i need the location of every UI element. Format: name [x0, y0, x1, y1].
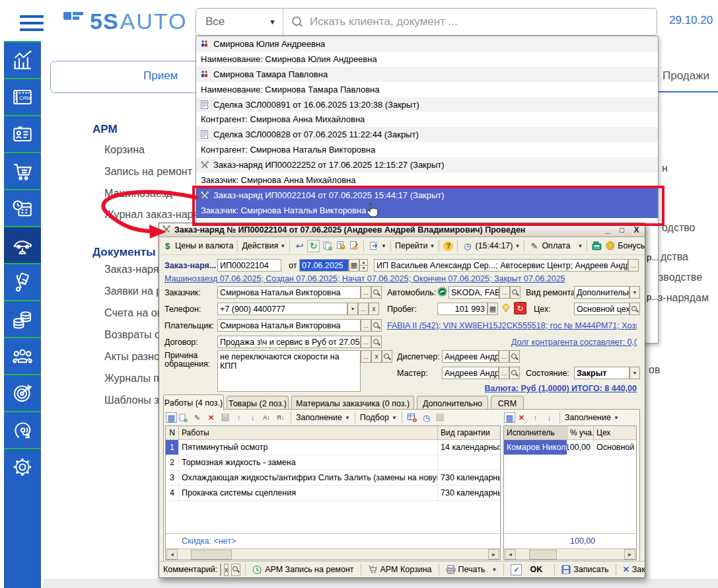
- bulb-icon[interactable]: [501, 303, 511, 316]
- prices-currency-button[interactable]: $Цены и валюта: [162, 240, 233, 252]
- nav-item-workorder[interactable]: Заказ-наряд: [104, 264, 165, 276]
- shop-open-button[interactable]: [629, 303, 640, 315]
- car-select-button[interactable]: ...: [499, 286, 510, 299]
- sidebar-item-contacts[interactable]: [4, 115, 41, 152]
- dispatcher-select-button[interactable]: ...: [499, 350, 509, 363]
- car-field[interactable]: SKODA, FABIA I: [449, 286, 499, 299]
- phone-dropdown-button[interactable]: ▼: [347, 303, 358, 315]
- customer-open-button[interactable]: [371, 286, 382, 299]
- calculator-button[interactable]: ▦: [487, 303, 498, 315]
- comment-open-button[interactable]: [231, 564, 240, 576]
- comment-field[interactable]: [220, 564, 221, 576]
- time-button[interactable]: ◷(15:44:17)▼: [462, 240, 520, 252]
- sort-desc-icon[interactable]: Я↓: [275, 412, 286, 423]
- search-scope-select[interactable]: Все ▼: [196, 9, 283, 35]
- nav-item-acts[interactable]: Акты разног: [104, 351, 164, 363]
- nav-item-cart[interactable]: Корзина: [104, 144, 145, 156]
- nav-item-invoices[interactable]: Счета на оп: [104, 307, 162, 319]
- save-row-icon[interactable]: [219, 412, 231, 423]
- phone-select-button[interactable]: ...: [358, 303, 369, 315]
- table-row[interactable]: 2 Тормозная жидкость - замена: [166, 455, 500, 470]
- search-result-detail-selected[interactable]: Заказчик: Смирнова Наталья Викторовна: [196, 203, 658, 218]
- reread-icon[interactable]: ↩: [294, 240, 305, 252]
- search-result-deal[interactable]: Сделка ЗСЛ000828 от 07.06.2025 11:22:44 …: [196, 127, 658, 142]
- copy-document-icon[interactable]: [322, 240, 333, 252]
- bonus-button[interactable]: Бонусы: [604, 240, 645, 252]
- search-result-detail[interactable]: Заказчик: Смирнова Анна Михайловна: [196, 172, 658, 188]
- state-select[interactable]: Закрыт: [574, 367, 629, 379]
- col-percent[interactable]: % уча...: [567, 426, 594, 439]
- sidebar-item-marketing[interactable]: [4, 374, 41, 411]
- state-dropdown-button[interactable]: ▼: [629, 367, 640, 379]
- arm-repair-booking-button[interactable]: АРМ Запись на ремонт: [250, 564, 355, 576]
- search-result-client[interactable]: Смирнова Юлия Андреевна: [196, 36, 658, 52]
- help-icon[interactable]: ?: [443, 241, 453, 251]
- reason-open-button[interactable]: [382, 350, 392, 363]
- executors-table[interactable]: Исполнитель % уча... Цех Комаров Никола.…: [503, 425, 637, 560]
- workorder-status-link[interactable]: Машинозаезд 07.06.2025; Создан 07.06.202…: [164, 274, 627, 283]
- master-field[interactable]: Андреев Андрей Вл: [442, 367, 499, 379]
- payer-select-button[interactable]: ...: [361, 319, 371, 332]
- print-button[interactable]: Печать▼: [444, 564, 499, 575]
- move-down-icon[interactable]: ↓: [544, 412, 555, 423]
- search-result-deal[interactable]: Сделка ЗСЛ000891 от 16.06.2025 13:20:38 …: [196, 97, 658, 112]
- maximize-button[interactable]: □: [616, 225, 628, 235]
- scroll-right-icon[interactable]: ►: [488, 549, 499, 560]
- search-result-detail[interactable]: Контрагент: Смирнова Наталья Викторовна: [196, 142, 658, 157]
- works-table-hscrollbar[interactable]: ◄ ►: [166, 548, 500, 560]
- delete-row-icon[interactable]: ✕: [516, 412, 527, 423]
- tab-works[interactable]: Работы (4 поз.): [163, 394, 224, 410]
- add-table-icon[interactable]: [407, 412, 418, 423]
- works-table[interactable]: N Работы Вид гарантии 1 Пятиминутный осм…: [165, 425, 501, 560]
- scroll-left-icon[interactable]: ◄: [166, 549, 178, 560]
- tab-customer-materials[interactable]: Материалы заказчика (0 поз.): [291, 396, 414, 410]
- hamburger-menu-icon[interactable]: [20, 11, 44, 35]
- search-input[interactable]: [308, 15, 657, 29]
- tab-additional[interactable]: Дополнительно: [417, 396, 488, 410]
- scroll-left-icon[interactable]: ◄: [505, 549, 516, 560]
- move-up-icon[interactable]: ↑: [530, 412, 541, 423]
- scroll-right-icon[interactable]: ►: [624, 549, 635, 560]
- sort-asc-icon[interactable]: А↓: [261, 412, 272, 423]
- search-result-workorder[interactable]: Заказ-наряд ИП00022252 от 17.06.2025 12:…: [196, 157, 658, 172]
- save-button[interactable]: Записать: [559, 564, 610, 575]
- organization-field[interactable]: ИП Васильев Александр Сер...; Автосервис…: [374, 259, 628, 272]
- organization-select-button[interactable]: ...: [628, 259, 639, 272]
- goto-menu-button[interactable]: Перейти▼: [395, 241, 435, 250]
- sidebar-item-support[interactable]: [4, 411, 41, 448]
- sidebar-item-warehouse[interactable]: [4, 263, 41, 300]
- search-result-detail[interactable]: Контрагент: Смирнова Анна Михайловна: [196, 112, 658, 127]
- phone-field[interactable]: +7 (900) 4400777: [217, 303, 347, 315]
- shop-field[interactable]: Основной цех: [574, 303, 629, 315]
- minimize-button[interactable]: _: [602, 225, 613, 235]
- customer-field[interactable]: Смирнова Наталья Викторовна: [217, 286, 361, 299]
- table-row[interactable]: Комаров Никола... 100,00 Основной цех: [504, 440, 636, 455]
- doc-number-field[interactable]: ИП00022104: [217, 259, 281, 272]
- delete-row-icon[interactable]: ✕: [205, 412, 217, 423]
- tab-sales-label[interactable]: Продажи: [663, 69, 709, 83]
- repair-type-dropdown-button[interactable]: ▼: [629, 286, 640, 299]
- nav-item-car-arrival[interactable]: Машинозаезд: [104, 188, 172, 200]
- nav-item-templates[interactable]: Шаблоны за: [104, 394, 164, 406]
- reason-textarea[interactable]: не переключаются скорости на КПП: [217, 350, 361, 392]
- refresh-icon[interactable]: ↻: [307, 240, 320, 252]
- sidebar-item-analytics[interactable]: [4, 41, 41, 78]
- arm-cart-button[interactable]: АРМ Корзина: [366, 564, 434, 575]
- search-result-client[interactable]: Смирнова Тамара Павловна: [196, 67, 658, 82]
- move-down-icon[interactable]: ↓: [247, 412, 258, 423]
- executors-table-hscrollbar[interactable]: ◄ ►: [504, 548, 636, 560]
- add-copy-icon[interactable]: [178, 412, 189, 423]
- dispatcher-field[interactable]: Андреев Андрей Вл: [442, 350, 499, 363]
- scroll-thumb[interactable]: [191, 550, 232, 560]
- debt-link[interactable]: Долг контрагента составляет: 0,0...: [511, 338, 637, 347]
- close-button[interactable]: X: [631, 225, 642, 235]
- table-row[interactable]: 4 Прокачка системы сцепления 730 календа…: [166, 486, 500, 501]
- master-open-button[interactable]: [509, 367, 520, 379]
- pick-button[interactable]: Подбор: [360, 413, 389, 422]
- col-executor[interactable]: Исполнитель: [504, 426, 567, 439]
- edit-row-icon[interactable]: ✎: [192, 412, 203, 423]
- sidebar-item-staff[interactable]: [4, 337, 41, 374]
- nav-item-returns[interactable]: Возвраты от: [104, 329, 165, 341]
- payer-open-button[interactable]: [371, 319, 382, 332]
- col-works[interactable]: Работы: [179, 426, 438, 439]
